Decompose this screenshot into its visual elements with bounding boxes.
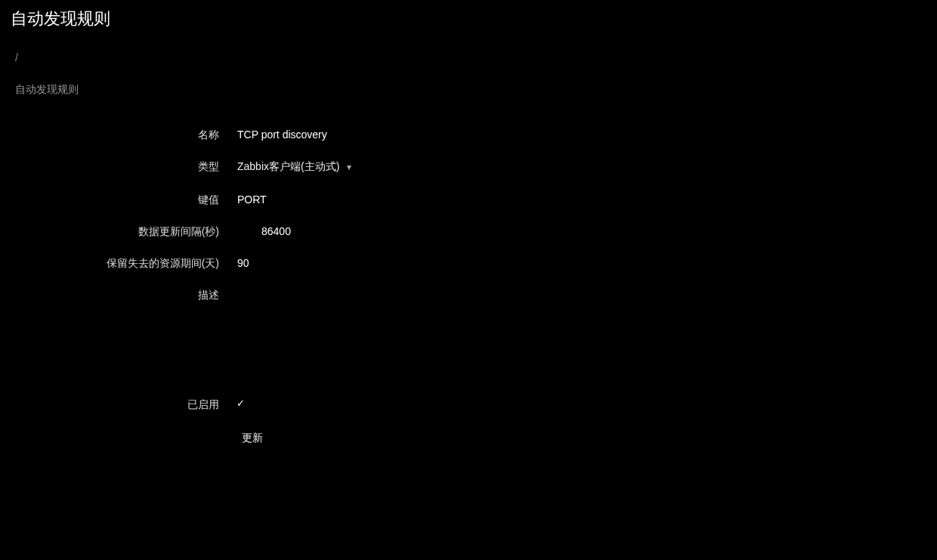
key-input[interactable] [234, 192, 461, 207]
keep-lost-input[interactable] [234, 255, 310, 271]
discovery-rule-form: 名称 类型 Zabbix客户端(主动式) ▾ 键值 数据更新间隔(秒) 保留失去… [0, 109, 937, 448]
name-input[interactable] [234, 127, 461, 142]
page-title: 自动发现规则 [0, 0, 937, 38]
enabled-checkbox[interactable]: ✓ [234, 398, 246, 410]
breadcrumb-separator: / [11, 51, 23, 63]
type-select[interactable]: Zabbix客户端(主动式) ▾ [234, 159, 354, 175]
interval-input[interactable] [258, 224, 334, 239]
row-key: 键值 [0, 192, 937, 207]
row-type: 类型 Zabbix客户端(主动式) ▾ [0, 159, 937, 175]
label-interval: 数据更新间隔(秒) [0, 224, 234, 239]
row-name: 名称 [0, 127, 937, 142]
tab-discovery-rule[interactable]: 自动发现规则 [11, 80, 83, 100]
label-name: 名称 [0, 127, 234, 142]
row-enabled: 已启用 ✓ [0, 397, 937, 412]
row-description: 描述 [0, 287, 937, 380]
type-select-value: Zabbix客户端(主动式) [237, 160, 339, 174]
description-textarea[interactable] [234, 287, 552, 378]
label-keep-lost: 保留失去的资源期间(天) [0, 255, 234, 271]
update-button[interactable]: 更新 [234, 429, 271, 448]
label-description: 描述 [0, 287, 234, 302]
row-interval: 数据更新间隔(秒) [0, 224, 937, 239]
row-actions: 更新 [0, 429, 937, 448]
label-type: 类型 [0, 159, 234, 174]
chevron-down-icon: ▾ [347, 162, 351, 172]
label-enabled: 已启用 [0, 397, 234, 412]
tab-bar: 自动发现规则 [0, 71, 937, 109]
breadcrumb: / [0, 38, 937, 71]
label-key: 键值 [0, 192, 234, 207]
row-keep-lost: 保留失去的资源期间(天) [0, 255, 937, 271]
